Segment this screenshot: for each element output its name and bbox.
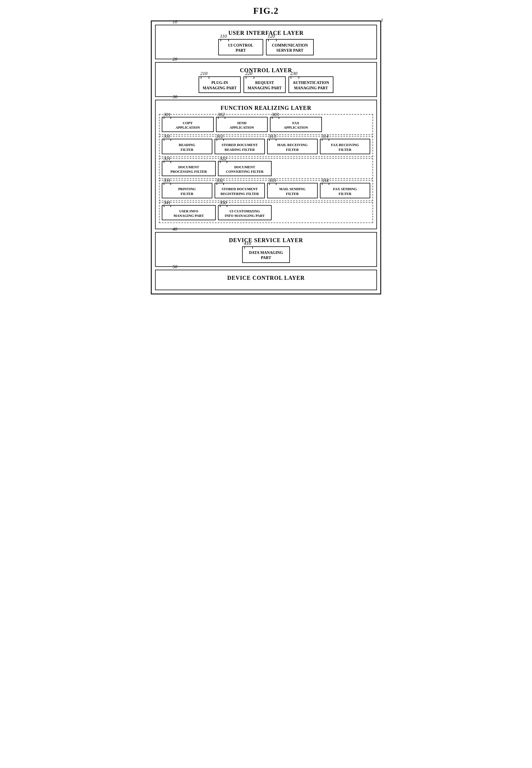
stored-doc-reading-box: 312 STORED DOCUMENTREADING FILTER — [215, 139, 265, 154]
doc-processing-ref: 321 — [163, 156, 171, 162]
copy-app-text: COPYAPPLICATION — [165, 121, 211, 130]
device-control-title: DEVICE CONTROL LAYER — [159, 275, 373, 281]
doc-processing-text: DOCUMENTPROCESSING FILTER — [165, 165, 213, 174]
mail-receiving-box: 313 MAIL RECEIVINGFILTER — [267, 139, 318, 154]
data-managing-box: 410 DATA MANAGINGPART — [242, 246, 290, 263]
layer-tab-control — [161, 62, 167, 63]
sending-row: 331 PRINTINGFILTER 332 STORED DOCUMENTRE… — [162, 183, 370, 198]
ui-control-tab — [220, 39, 229, 41]
auth-tab — [291, 76, 299, 79]
reading-filter-ref: 311 — [163, 134, 170, 139]
ui-customizing-text: UI CUSTOMIZINGINFO MANAGING PART — [221, 209, 269, 218]
ui-customizing-ref: 350 — [220, 200, 227, 206]
request-ref: 220 — [245, 71, 253, 76]
plugin-tab — [201, 76, 209, 79]
doc-converting-ref: 322 — [220, 156, 227, 162]
plugin-ref: 210 — [200, 71, 208, 76]
fax-receiving-box: 314 FAX RECEIVINGFILTER — [320, 139, 370, 154]
layer-tab-device-control — [161, 270, 167, 270]
printing-filter-box: 331 PRINTINGFILTER — [162, 183, 212, 198]
fax-receiving-ref: 314 — [322, 134, 329, 139]
plugin-text: PLUG-INMANAGING PART — [202, 80, 237, 90]
fax-app-ref: 303 — [272, 112, 279, 117]
layer-tab-device-service — [161, 232, 167, 233]
user-info-ref: 341 — [163, 200, 171, 206]
device-control-layer: 50 DEVICE CONTROL LAYER — [155, 270, 377, 290]
bottom-row: 341 USER INFOMANAGING PART 350 UI CUSTOM… — [162, 205, 370, 221]
mail-receiving-text: MAIL RECEIVINGFILTER — [270, 143, 315, 152]
doc-converting-text: DOCUMENTCONVERTING FILTER — [221, 165, 269, 174]
ui-layer-title: USER INTERFACE LAYER — [159, 30, 373, 36]
stored-doc-reading-text: STORED DOCUMENTREADING FILTER — [217, 143, 262, 152]
layer-tab-function — [161, 100, 167, 100]
fax-sending-ref: 334 — [322, 178, 329, 183]
data-managing-tab — [244, 246, 253, 249]
mail-sending-ref: 333 — [269, 178, 276, 183]
layer-tab-ui — [161, 25, 167, 25]
doc-processing-box: 321 DOCUMENTPROCESSING FILTER — [162, 161, 216, 176]
copy-app-box: 301 COPYAPPLICATION — [162, 117, 214, 132]
user-info-box: 341 USER INFOMANAGING PART — [162, 205, 216, 221]
auth-box: 230 AUTHENTICATIONMANAGING PART — [288, 76, 333, 93]
bottom-dashed-group: 341 USER INFOMANAGING PART 350 UI CUSTOM… — [159, 202, 373, 223]
printing-filter-ref: 331 — [163, 178, 171, 183]
reading-dashed-group: 311 READINGFILTER 312 STORED DOCUMENTREA… — [159, 136, 373, 157]
function-layer-ref: 30 — [172, 94, 177, 100]
fax-app-text: FAXAPPLICATION — [273, 121, 319, 130]
request-text: REQUESTMANAGING PART — [247, 80, 282, 90]
control-layer: 20 CONTROL LAYER 210 PLUG-INMANAGING PAR… — [155, 62, 377, 97]
data-managing-ref: 410 — [244, 241, 251, 246]
fax-sending-box: 334 FAX SENDINGFILTER — [320, 183, 370, 198]
comm-server-tab — [268, 39, 277, 41]
device-service-boxes-row: 410 DATA MANAGINGPART — [159, 246, 373, 263]
doc-converting-box: 322 DOCUMENTCONVERTING FILTER — [218, 161, 272, 176]
stored-doc-reg-ref: 332 — [216, 178, 224, 183]
stored-doc-reg-box: 332 STORED DOCUMENTREGISTERING FILTER — [215, 183, 265, 198]
function-layer-title: FUNCTION REALIZING LAYER — [159, 105, 373, 111]
request-box: 220 REQUESTMANAGING PART — [244, 76, 286, 93]
apps-dashed-group: 301 COPYAPPLICATION 302 SENDAPPLICATION … — [159, 114, 373, 135]
ui-layer-ref: 10 — [172, 19, 177, 25]
ui-control-ref: 110 — [220, 33, 227, 39]
reading-filter-box: 311 READINGFILTER — [162, 139, 212, 154]
request-tab — [246, 76, 254, 79]
device-control-ref: 50 — [172, 264, 177, 270]
send-app-ref: 302 — [218, 112, 225, 117]
user-info-text: USER INFOMANAGING PART — [165, 209, 213, 218]
send-app-box: 302 SENDAPPLICATION — [216, 117, 268, 132]
printing-filter-text: PRINTINGFILTER — [165, 187, 210, 196]
control-layer-ref: 20 — [172, 56, 177, 62]
data-managing-text: DATA MANAGINGPART — [245, 250, 287, 260]
control-boxes-row: 210 PLUG-INMANAGING PART 220 REQUESTMANA… — [159, 76, 373, 93]
page-title: FIG.2 — [253, 6, 279, 16]
ui-control-box: 110 UI CONTROLPART — [218, 39, 263, 55]
ui-customizing-box: 350 UI CUSTOMIZINGINFO MANAGING PART — [218, 205, 272, 221]
mail-receiving-ref: 313 — [269, 134, 276, 139]
diagram-ref: 1 — [381, 17, 383, 23]
auth-text: AUTHENTICATIONMANAGING PART — [292, 80, 330, 90]
device-service-ref: 40 — [172, 226, 177, 232]
stored-doc-reg-text: STORED DOCUMENTREGISTERING FILTER — [217, 187, 262, 196]
apps-row: 301 COPYAPPLICATION 302 SENDAPPLICATION … — [162, 117, 370, 132]
reading-filter-text: READINGFILTER — [165, 143, 210, 152]
comm-server-ref: 120 — [268, 33, 275, 39]
ui-boxes-row: 110 UI CONTROLPART 120 COMMUNICATIONSERV… — [159, 39, 373, 55]
mail-sending-box: 333 MAIL SENDINGFILTER — [267, 183, 318, 198]
stored-doc-reading-ref: 312 — [216, 134, 224, 139]
comm-server-box: 120 COMMUNICATIONSERVER PART — [266, 39, 314, 55]
mail-sending-text: MAIL SENDINGFILTER — [270, 187, 315, 196]
processing-row: 321 DOCUMENTPROCESSING FILTER 322 DOCUME… — [162, 161, 370, 176]
processing-dashed-group: 321 DOCUMENTPROCESSING FILTER 322 DOCUME… — [159, 158, 373, 179]
fax-receiving-text: FAX RECEIVINGFILTER — [323, 143, 368, 152]
fax-sending-text: FAX SENDINGFILTER — [323, 187, 368, 196]
comm-server-text: COMMUNICATIONSERVER PART — [269, 43, 310, 53]
ui-control-text: UI CONTROLPART — [222, 43, 260, 53]
diagram-outer: 1 10 USER INTERFACE LAYER 110 UI CONTROL… — [151, 21, 381, 294]
auth-ref: 230 — [290, 71, 297, 76]
device-service-title: DEVICE SERVICE LAYER — [159, 237, 373, 244]
send-app-text: SENDAPPLICATION — [219, 121, 265, 130]
fax-app-box: 303 FAXAPPLICATION — [270, 117, 322, 132]
control-layer-title: CONTROL LAYER — [159, 67, 373, 74]
device-service-layer: 40 DEVICE SERVICE LAYER 410 DATA MANAGIN… — [155, 232, 377, 267]
function-layer: 30 FUNCTION REALIZING LAYER 301 COPYAPPL… — [155, 100, 377, 230]
